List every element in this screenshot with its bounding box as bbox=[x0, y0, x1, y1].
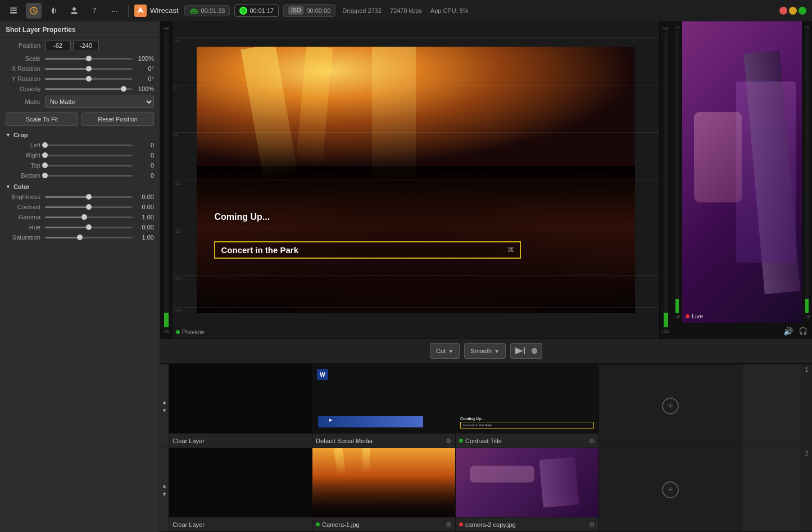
layer-1-down-button[interactable]: ▼ bbox=[161, 407, 168, 414]
nav-person[interactable] bbox=[66, 3, 82, 19]
window-controls bbox=[779, 7, 806, 15]
crop-section-header[interactable]: ▼ Crop bbox=[0, 129, 160, 140]
live-label-text: Live bbox=[692, 313, 703, 319]
hue-slider[interactable] bbox=[45, 227, 133, 228]
crop-bottom-slider[interactable] bbox=[45, 175, 133, 177]
reset-position-button[interactable]: Reset Position bbox=[81, 112, 154, 126]
shot-settings-cam1[interactable]: ⚙ bbox=[446, 521, 452, 529]
crop-arrow-icon: ▼ bbox=[6, 132, 11, 138]
shot-footer-social: Default Social Media ⚙ bbox=[312, 433, 455, 448]
color-section-header[interactable]: ▼ Color bbox=[0, 181, 160, 192]
shot-status-dot-cam1 bbox=[316, 522, 320, 526]
nav-timer[interactable] bbox=[26, 3, 42, 19]
position-y-input[interactable] bbox=[73, 40, 99, 51]
headphone-icon[interactable]: 🎧 bbox=[799, 327, 808, 335]
shot-settings-title[interactable]: ⚙ bbox=[589, 437, 595, 445]
vu-label-plus6: +6 bbox=[163, 26, 169, 31]
saturation-slider[interactable] bbox=[45, 237, 133, 238]
go-button[interactable] bbox=[510, 343, 542, 359]
crop-section-label: Crop bbox=[13, 132, 28, 138]
crop-left-label: Left bbox=[6, 142, 45, 148]
live-time: 00:01:17 bbox=[250, 7, 274, 14]
concert-title-box[interactable]: Concert in the Park ⌘ bbox=[214, 241, 521, 259]
matte-label: Matte bbox=[6, 98, 45, 105]
shot-name-cam1: Camera-1.jpg bbox=[322, 521, 446, 528]
right-preview-vu-meter: +6 -36 bbox=[659, 21, 672, 339]
live-right-vu: +6 -36 bbox=[802, 21, 812, 323]
crop-left-value: 0 bbox=[133, 142, 154, 148]
shot-thumb-guitar bbox=[456, 448, 598, 517]
opacity-slider[interactable] bbox=[45, 88, 133, 90]
add-shot-layer-1[interactable]: + bbox=[599, 364, 742, 448]
contrast-slider[interactable] bbox=[45, 206, 133, 208]
matte-select[interactable]: No Matte bbox=[45, 96, 154, 108]
shot-clear-layer-1[interactable]: Clear Layer bbox=[169, 364, 312, 448]
scale-slider[interactable] bbox=[45, 58, 133, 60]
main-layout: Shot Layer Properties Position Scale 100… bbox=[0, 21, 812, 532]
go-arrow-icon bbox=[515, 346, 529, 355]
crop-top-slider[interactable] bbox=[45, 165, 133, 166]
x-rotation-slider[interactable] bbox=[45, 68, 133, 70]
brightness-slider[interactable] bbox=[45, 196, 133, 198]
network-status[interactable]: 00:01:33 bbox=[184, 5, 230, 16]
iso-status[interactable]: ISO 00:00:00 bbox=[283, 4, 335, 17]
shot-settings-social[interactable]: ⚙ bbox=[446, 437, 452, 445]
shot-name-cam2: camera-2 copy.jpg bbox=[465, 521, 589, 528]
y-rotation-slider[interactable] bbox=[45, 78, 133, 80]
gamma-slider[interactable] bbox=[45, 217, 133, 218]
coming-up-text: Coming Up... bbox=[214, 212, 270, 222]
cut-dropdown-icon: ▼ bbox=[448, 348, 453, 354]
layer-1-up-button[interactable]: ▲ bbox=[161, 399, 168, 405]
live-label-area: Live bbox=[686, 313, 703, 319]
scale-to-fit-button[interactable]: Scale To Fit bbox=[6, 112, 78, 126]
bottom-panel: ▲ ▼ Clear Layer bbox=[160, 363, 812, 532]
top-bar: 7 ··· Wirecast 00:01:33 00:01:17 ISO 00:… bbox=[0, 0, 812, 21]
shot-thumb-concert bbox=[312, 448, 455, 517]
add-shot-layer-2[interactable]: + bbox=[599, 448, 742, 531]
cut-button[interactable]: Cut ▼ bbox=[430, 343, 460, 359]
audio-icon[interactable]: 🔊 bbox=[783, 327, 793, 336]
shot-camera-2[interactable]: camera-2 copy.jpg ⚙ bbox=[456, 448, 599, 531]
preview-status-dot bbox=[176, 330, 180, 334]
contrast-row: Contrast 0.00 bbox=[0, 202, 160, 212]
live-audio-controls: 🔊 🎧 bbox=[672, 323, 812, 339]
gamma-label: Gamma bbox=[6, 214, 45, 220]
svg-rect-1 bbox=[10, 10, 17, 11]
maximize-button[interactable] bbox=[799, 7, 806, 15]
y-rotation-row: Y Rotation 0° bbox=[0, 74, 160, 84]
close-button[interactable] bbox=[779, 7, 787, 15]
shot-thumb-social: ▶ W bbox=[312, 364, 455, 433]
crop-right-slider[interactable] bbox=[45, 155, 133, 156]
nav-number[interactable]: 7 bbox=[87, 3, 102, 19]
dropped-stat: Dropped 2732 bbox=[342, 7, 382, 14]
app-title: Wirecast bbox=[150, 6, 179, 15]
smooth-button[interactable]: Smooth ▼ bbox=[464, 343, 506, 359]
crop-left-slider[interactable] bbox=[45, 145, 133, 146]
smooth-dropdown-icon: ▼ bbox=[494, 348, 500, 354]
x-rotation-value: 0° bbox=[133, 65, 154, 72]
layer-2-down-button[interactable]: ▼ bbox=[161, 491, 168, 498]
shot-settings-cam2[interactable]: ⚙ bbox=[589, 521, 595, 529]
crop-bottom-value: 0 bbox=[133, 172, 154, 179]
nav-layers[interactable] bbox=[6, 3, 21, 19]
shot-footer-camera-1: Camera-1.jpg ⚙ bbox=[312, 517, 455, 531]
crop-right-label: Right bbox=[6, 152, 45, 159]
nav-audio[interactable] bbox=[46, 3, 62, 19]
nav-more[interactable]: ··· bbox=[107, 3, 123, 19]
minimize-button[interactable] bbox=[789, 7, 797, 15]
layer-2-shots: Clear Layer bbox=[169, 448, 801, 531]
shot-clear-layer-2[interactable]: Clear Layer bbox=[169, 448, 312, 531]
shot-social-media[interactable]: ▶ W Default Social Media ⚙ bbox=[312, 364, 456, 448]
layer-2-up-button[interactable]: ▲ bbox=[161, 483, 168, 489]
y-rotation-value: 0° bbox=[133, 75, 154, 82]
social-watermark: W bbox=[317, 369, 328, 380]
position-x-input[interactable] bbox=[45, 40, 71, 51]
live-left-vu: +6 -36 bbox=[672, 21, 682, 323]
shot-contrast-title[interactable]: Coming Up... Concert in the Park Contras… bbox=[456, 364, 599, 448]
saturation-row: Saturation 1.00 bbox=[0, 232, 160, 242]
live-status[interactable]: 00:01:17 bbox=[234, 4, 279, 17]
position-row: Position bbox=[0, 38, 160, 53]
hue-label: Hue bbox=[6, 224, 45, 231]
left-panel: Shot Layer Properties Position Scale 100… bbox=[0, 21, 160, 532]
shot-camera-1[interactable]: Camera-1.jpg ⚙ bbox=[312, 448, 456, 531]
